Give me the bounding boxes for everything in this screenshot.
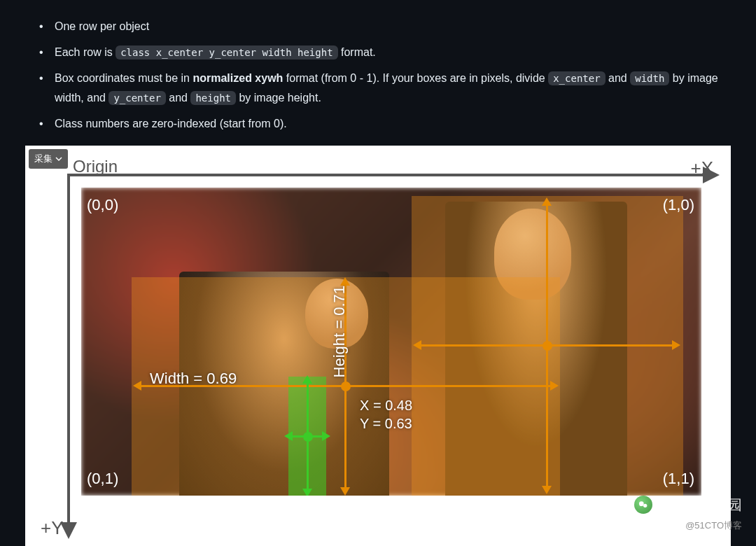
chevron-down-icon — [55, 155, 62, 162]
center-dot-tie — [303, 432, 313, 442]
rule-one-row: One row per object — [39, 17, 731, 36]
center-dot-left-box — [341, 382, 351, 391]
rule-zero-indexed: Class numbers are zero-indexed (start fr… — [39, 114, 731, 133]
coordinate-diagram: 采集 Origin +X +Y Width = 0.69 Height = 0.… — [25, 146, 731, 546]
height-code: height — [190, 91, 236, 105]
format-rules-list: One row per object Each row is class x_c… — [25, 17, 731, 133]
example-image: Width = 0.69 Height = 0.71 X = 0.48 Y = … — [81, 188, 701, 496]
width-annotation: Width = 0.69 — [150, 365, 237, 391]
person-right — [445, 202, 627, 496]
center-dot-right-box — [542, 341, 552, 351]
rule-row-format: Each row is class x_center y_center widt… — [39, 43, 731, 62]
normalized-xywh-bold: normalized xywh — [192, 72, 283, 84]
width-code: width — [630, 71, 669, 85]
watermark-title: 码农的后花园 — [658, 493, 742, 517]
svg-point-1 — [643, 504, 647, 507]
format-code: class x_center y_center width height — [115, 46, 337, 59]
rule-normalized: Box coordinates must be in normalized xy… — [39, 69, 731, 106]
collect-button[interactable]: 采集 — [29, 149, 68, 169]
corner-00: (0,0) — [87, 192, 118, 218]
svg-point-0 — [639, 501, 644, 506]
corner-11: (1,1) — [663, 465, 694, 491]
origin-label: Origin — [73, 153, 118, 181]
y-axis-arrow — [67, 174, 70, 531]
corner-01: (0,1) — [87, 465, 118, 491]
watermark: 码农的后花园 @51CTO博客 — [634, 493, 742, 533]
watermark-subtitle: @51CTO博客 — [685, 518, 742, 533]
x-axis-arrow — [67, 174, 711, 176]
xcenter-code: x_center — [548, 71, 605, 85]
center-y-annotation: Y = 0.63 — [360, 412, 412, 435]
corner-10: (1,0) — [663, 192, 694, 218]
height-annotation: Height = 0.71 — [326, 286, 352, 377]
ycenter-code: y_center — [108, 91, 165, 105]
wechat-icon — [634, 496, 652, 514]
